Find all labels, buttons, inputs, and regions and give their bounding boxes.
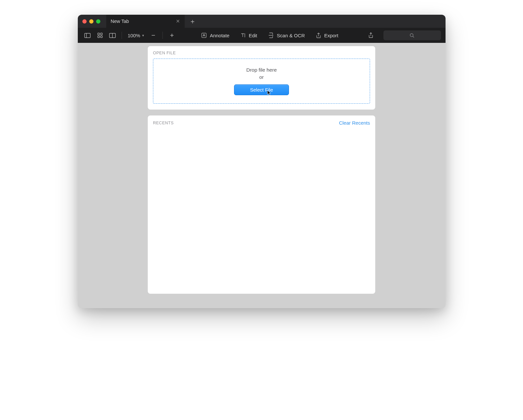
toolbar-separator xyxy=(162,32,163,39)
search-input[interactable] xyxy=(383,30,441,40)
zoom-window-button[interactable] xyxy=(96,19,100,24)
zoom-value: 100% xyxy=(128,33,140,38)
close-window-button[interactable] xyxy=(82,19,87,24)
two-page-view-icon[interactable] xyxy=(107,30,118,41)
app-window: New Tab ✕ ＋ 100 xyxy=(78,15,446,308)
content-area: OPEN FILE Drop file here or Select File … xyxy=(78,43,446,308)
window-controls xyxy=(82,19,100,24)
sidebar-toggle-icon[interactable] xyxy=(82,30,93,41)
toolbar: 100% ▾ Annotate xyxy=(78,28,446,43)
svg-rect-0 xyxy=(85,33,91,38)
recents-heading: RECENTS xyxy=(153,121,174,125)
open-file-heading: OPEN FILE xyxy=(153,51,176,55)
edit-icon xyxy=(241,33,245,38)
zoom-in-button[interactable] xyxy=(167,30,177,41)
search-icon xyxy=(410,33,414,38)
tab-title: New Tab xyxy=(111,19,129,24)
titlebar: New Tab ✕ ＋ xyxy=(78,15,446,28)
annotate-button[interactable]: Annotate xyxy=(197,30,234,41)
svg-point-14 xyxy=(410,33,413,36)
scan-ocr-label: Scan & OCR xyxy=(277,33,305,38)
recents-panel: RECENTS Clear Recents xyxy=(148,115,375,294)
svg-rect-5 xyxy=(100,36,102,38)
svg-rect-4 xyxy=(98,36,100,38)
scan-ocr-button[interactable]: Scan & OCR xyxy=(264,30,310,41)
export-icon xyxy=(316,33,321,38)
grid-view-icon[interactable] xyxy=(95,30,105,41)
tab-new[interactable]: New Tab ✕ xyxy=(106,15,185,28)
svg-line-15 xyxy=(413,36,414,38)
chevron-down-icon: ▾ xyxy=(142,33,144,38)
open-file-panel: OPEN FILE Drop file here or Select File xyxy=(148,46,375,110)
annotate-label: Annotate xyxy=(210,33,229,38)
svg-rect-3 xyxy=(100,33,102,35)
drop-or-text: or xyxy=(259,74,263,80)
zoom-dropdown[interactable]: 100% ▾ xyxy=(126,33,146,38)
annotate-icon xyxy=(201,33,207,38)
file-dropzone[interactable]: Drop file here or Select File xyxy=(153,59,370,104)
export-label: Export xyxy=(324,33,338,38)
toolbar-separator xyxy=(122,32,122,39)
clear-recents-button[interactable]: Clear Recents xyxy=(339,120,370,126)
share-icon[interactable] xyxy=(366,30,376,41)
drop-hint-text: Drop file here xyxy=(246,67,277,73)
new-tab-button[interactable]: ＋ xyxy=(185,17,200,26)
export-button[interactable]: Export xyxy=(312,30,343,41)
select-file-label: Select File xyxy=(250,87,273,93)
edit-button[interactable]: Edit xyxy=(236,30,262,41)
select-file-button[interactable]: Select File xyxy=(234,84,289,95)
close-tab-icon[interactable]: ✕ xyxy=(176,18,180,24)
edit-label: Edit xyxy=(249,33,257,38)
minimize-window-button[interactable] xyxy=(89,19,93,24)
svg-rect-2 xyxy=(98,33,100,35)
zoom-out-button[interactable] xyxy=(148,30,159,41)
scan-ocr-icon xyxy=(268,32,274,38)
